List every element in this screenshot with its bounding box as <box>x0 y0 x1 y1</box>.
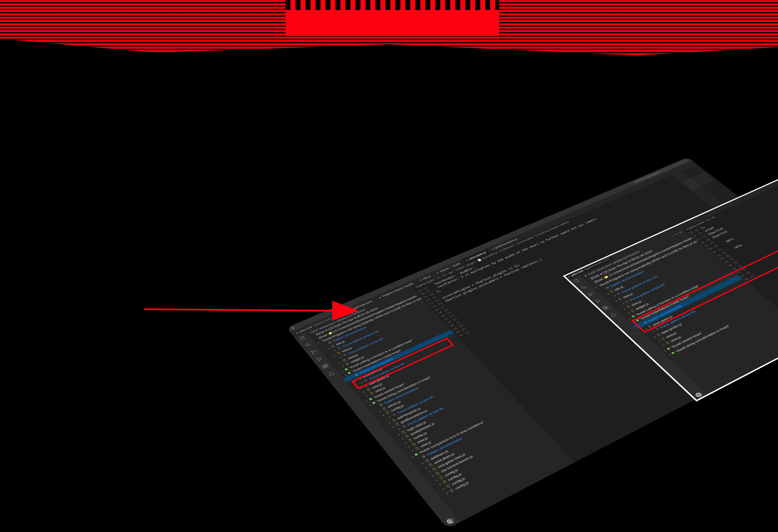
chevron-right-icon: › <box>359 381 364 384</box>
green-dot-icon <box>320 341 321 343</box>
svg-point-17 <box>423 456 424 457</box>
chevron-down-icon: ⌄ <box>326 346 330 350</box>
green-dot-icon <box>372 402 376 405</box>
chevron-right-icon: › <box>362 390 366 394</box>
green-dot-icon <box>414 453 418 456</box>
chevron-right-icon: › <box>445 491 450 495</box>
chevron-right-icon: › <box>365 394 369 397</box>
debug-icon[interactable] <box>315 356 324 362</box>
chevron-right-icon: › <box>441 486 446 491</box>
chevron-right-icon: › <box>332 348 337 352</box>
chevron-right-icon: › <box>364 399 369 403</box>
chevron-right-icon: › <box>427 469 432 473</box>
vscode-window: ☰ ●pom.xmlHygieia-master • UI 1●LoginPag… <box>287 157 778 529</box>
chevron-down-icon: ⌄ <box>390 425 395 428</box>
chevron-down-icon: ⌄ <box>343 373 347 376</box>
chevron-down-icon: ⌄ <box>380 413 385 417</box>
chevron-right-icon: › <box>340 364 345 368</box>
green-dot-icon <box>347 372 351 374</box>
svg-point-14 <box>380 404 382 406</box>
svg-line-0 <box>144 309 357 311</box>
svg-point-15 <box>393 414 395 416</box>
chevron-right-icon: › <box>403 441 408 445</box>
cast-extension-icon[interactable] <box>445 517 455 525</box>
svg-point-9 <box>329 342 330 343</box>
chevron-down-icon: ⌄ <box>409 455 414 459</box>
decorative-red-stripes <box>0 0 778 56</box>
chevron-right-icon: › <box>437 482 442 486</box>
chevron-right-icon: › <box>410 449 415 453</box>
svg-point-2 <box>311 351 312 352</box>
chevron-right-icon: › <box>406 444 411 449</box>
chevron-right-icon: › <box>387 415 392 419</box>
green-dot-icon <box>344 368 348 371</box>
chevron-right-icon: › <box>377 409 382 413</box>
git-icon[interactable] <box>309 349 318 355</box>
chevron-down-icon: ⌄ <box>367 403 372 407</box>
green-dot-icon <box>369 397 373 401</box>
test-icon[interactable] <box>327 370 335 376</box>
chevron-right-icon: › <box>359 386 363 390</box>
chevron-right-icon: › <box>337 360 342 364</box>
chevron-right-icon: › <box>396 433 401 436</box>
chevron-right-icon: › <box>397 427 402 431</box>
chevron-down-icon: ⌄ <box>332 354 336 357</box>
svg-point-3 <box>312 353 314 354</box>
chevron-right-icon: › <box>423 465 429 469</box>
svg-point-12 <box>356 374 357 375</box>
chevron-right-icon: › <box>338 355 343 359</box>
svg-point-11 <box>343 354 346 356</box>
chevron-right-icon: › <box>387 421 391 425</box>
chevron-right-icon: › <box>400 436 405 441</box>
extensions-icon[interactable] <box>321 363 330 369</box>
chevron-right-icon: › <box>317 342 320 344</box>
hamburger-icon[interactable]: ☰ <box>291 327 296 330</box>
svg-point-13 <box>364 379 367 381</box>
chevron-right-icon: › <box>420 461 425 465</box>
decorative-red-block <box>286 0 499 36</box>
chevron-right-icon: › <box>430 473 435 478</box>
svg-point-10 <box>337 347 340 349</box>
chevron-down-icon: ⌄ <box>353 379 357 382</box>
search-icon[interactable] <box>304 342 312 348</box>
svg-point-1 <box>305 343 309 346</box>
chevron-right-icon: › <box>434 478 439 482</box>
chevron-right-icon: › <box>340 369 344 373</box>
svg-point-16 <box>402 425 405 428</box>
file-icon <box>449 488 455 493</box>
files-icon[interactable] <box>298 335 307 341</box>
